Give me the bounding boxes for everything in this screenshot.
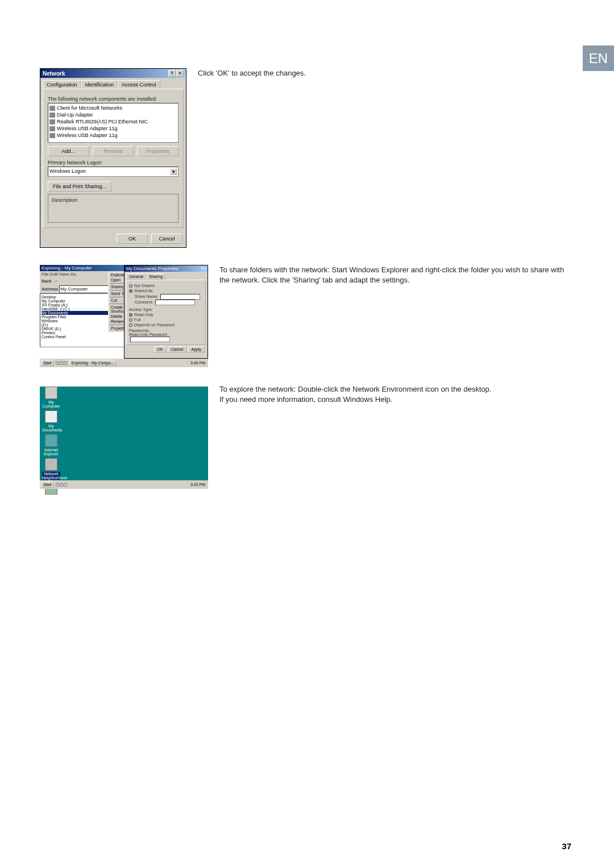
icon-label: My Computer <box>42 400 60 408</box>
logon-value: Windows Logon <box>49 168 86 175</box>
radio-read-only[interactable]: Read-Only <box>129 313 203 317</box>
instruction-text: Click 'OK' to accept the changes. <box>198 68 306 78</box>
network-icon <box>45 458 57 471</box>
list-item-label: Dial-Up Adapter <box>57 112 93 118</box>
comment-field[interactable] <box>155 300 195 305</box>
radio-icon <box>129 318 132 322</box>
list-item[interactable]: Client for Microsoft Networks <box>49 105 177 111</box>
description-label: Description <box>51 197 78 203</box>
radio-label: Depends on Password <box>134 323 174 327</box>
ro-password-label: Read-Only Password: <box>129 333 168 337</box>
radio-icon <box>129 289 132 293</box>
page-number: 37 <box>562 841 571 851</box>
ok-button[interactable]: OK <box>117 234 148 244</box>
tab-configuration[interactable]: Configuration <box>43 80 81 89</box>
list-item-label: Realtek RTL8029(AS) PCI Ethernet NIC <box>57 119 148 124</box>
remove-button[interactable]: Remove <box>93 146 134 156</box>
description-text <box>51 204 176 220</box>
folder-icon <box>45 410 57 423</box>
chevron-down-icon[interactable]: ▾ <box>170 168 177 175</box>
start-button[interactable]: Start <box>41 481 54 488</box>
radio-icon <box>129 323 132 327</box>
file-print-sharing-button[interactable]: File and Print Sharing... <box>48 181 111 192</box>
quick-launch: ▢▢▢ <box>56 483 68 487</box>
tree-item[interactable]: Printers <box>42 331 123 335</box>
network-dialog: Network ? × Configuration Identification… <box>40 68 186 248</box>
list-item[interactable]: Wireless USB Adapter 11g <box>49 132 177 139</box>
cancel-button[interactable]: Cancel <box>151 234 182 244</box>
component-icon <box>49 106 55 111</box>
list-item[interactable]: Wireless USB Adapter 11g <box>49 125 177 132</box>
desktop-icon-network[interactable]: Network Neighborhood <box>42 458 60 480</box>
share-name-field[interactable] <box>160 294 200 300</box>
component-icon <box>49 119 55 124</box>
button-row: Add... Remove Properties <box>48 146 179 156</box>
desktop-screenshot: My Computer My Documents Internet Explor… <box>40 384 208 489</box>
properties-buttons: OK Cancel Apply <box>126 345 206 354</box>
list-item-label: Wireless USB Adapter 11g <box>57 132 118 138</box>
logon-label: Primary Network Logon: <box>48 160 179 165</box>
page-content: Network ? × Configuration Identification… <box>40 68 574 506</box>
start-button[interactable]: Start <box>41 360 54 366</box>
radio-depends[interactable]: Depends on Password <box>129 323 203 327</box>
radio-shared-as[interactable]: Shared As: <box>129 289 203 293</box>
cancel-button[interactable]: Cancel <box>168 346 187 352</box>
passwords-label: Passwords: <box>129 329 203 333</box>
section-sharing: Exploring - My Computer File Edit View G… <box>40 265 574 367</box>
component-icon <box>49 113 55 118</box>
explorer-titlebar: Exploring - My Computer <box>40 265 125 271</box>
radio-label: Read-Only <box>134 313 153 317</box>
access-type-label: Access Type: <box>129 308 203 312</box>
ie-icon <box>45 434 57 447</box>
ro-password-field[interactable] <box>130 337 170 342</box>
properties-body: General Sharing Not Shared Shared As: Sh… <box>125 272 208 355</box>
list-item[interactable]: Dial-Up Adapter <box>49 111 177 118</box>
address-label: Address <box>42 286 58 292</box>
list-item-label: Client for Microsoft Networks <box>57 105 122 111</box>
description-group: Description <box>48 194 179 223</box>
desktop-icon-ie[interactable]: Internet Explorer <box>42 434 60 456</box>
language-tab: EN <box>583 45 614 71</box>
share-name-label: Share Name: <box>135 294 158 298</box>
radio-label: Full <box>134 318 140 322</box>
properties-tabs: General Sharing <box>126 273 206 280</box>
component-icon <box>49 133 55 138</box>
taskbar-task[interactable]: Exploring - My Compu... <box>69 360 117 366</box>
taskbar: Start ▢▢▢ 3:42 PM <box>40 480 208 489</box>
clock: 3:45 PM <box>189 360 207 366</box>
section-network-dialog: Network ? × Configuration Identification… <box>40 68 574 248</box>
components-listbox[interactable]: Client for Microsoft Networks Dial-Up Ad… <box>48 103 179 143</box>
radio-icon <box>129 313 132 317</box>
help-icon[interactable]: ? <box>168 70 176 77</box>
dialog-title: Network <box>43 70 65 77</box>
add-button[interactable]: Add... <box>48 146 89 156</box>
tab-general[interactable]: General <box>126 273 146 280</box>
ok-button[interactable]: OK <box>154 346 167 352</box>
desktop-icon-my-computer[interactable]: My Computer <box>42 387 60 408</box>
section-desktop: My Computer My Documents Internet Explor… <box>40 384 574 489</box>
network-dialog-screenshot: Network ? × Configuration Identification… <box>40 68 186 248</box>
desktop-icon-my-documents[interactable]: My Documents <box>42 410 60 432</box>
computer-icon <box>45 387 57 399</box>
explorer-screenshot: Exploring - My Computer File Edit View G… <box>40 265 208 367</box>
close-icon[interactable]: × <box>176 70 184 77</box>
icon-label: Network Neighborhood <box>42 472 60 480</box>
apply-button[interactable]: Apply <box>188 346 205 352</box>
radio-not-shared[interactable]: Not Shared <box>129 284 203 288</box>
tab-identification[interactable]: Identification <box>81 80 118 89</box>
logon-combo[interactable]: Windows Logon ▾ <box>48 167 179 177</box>
radio-full[interactable]: Full <box>129 318 203 322</box>
properties-titlebar: My Documents Properties ?× <box>125 265 208 272</box>
comment-label: Comment: <box>135 300 153 304</box>
tab-access-control[interactable]: Access Control <box>118 80 160 89</box>
tree-item[interactable]: Control Panel <box>42 335 123 339</box>
properties-button[interactable]: Properties <box>137 146 179 156</box>
tab-sharing[interactable]: Sharing <box>146 273 165 280</box>
close-icon[interactable]: ?× <box>201 266 206 271</box>
explorer-window: Exploring - My Computer File Edit View G… <box>40 265 208 367</box>
instruction-block: To explore the network: Double-click the… <box>219 384 491 405</box>
sharing-panel: Not Shared Shared As: Share Name: Commen… <box>126 280 206 345</box>
list-item[interactable]: Realtek RTL8029(AS) PCI Ethernet NIC <box>49 118 177 125</box>
back-button[interactable]: Back <box>42 279 52 284</box>
radio-icon <box>129 284 132 288</box>
